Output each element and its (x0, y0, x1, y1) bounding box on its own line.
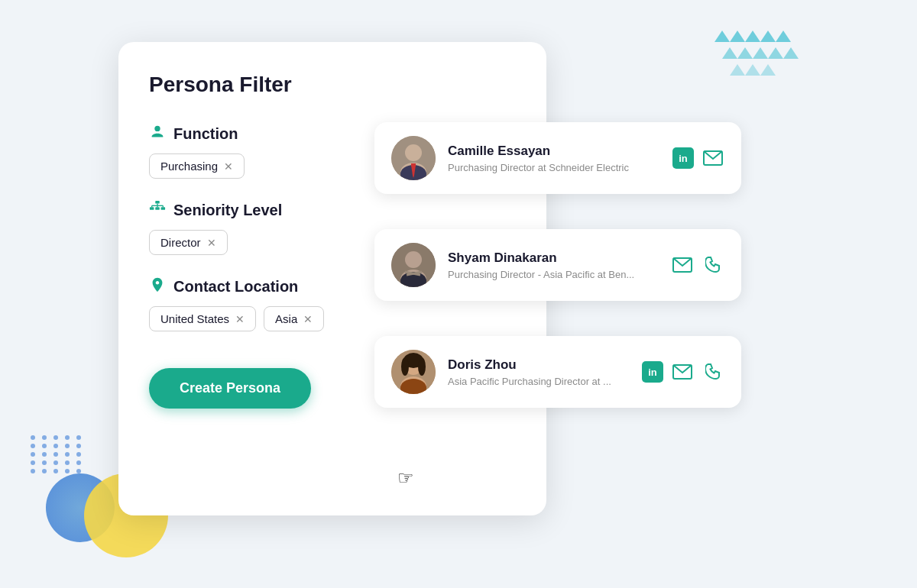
svg-point-43 (401, 357, 409, 376)
create-persona-button[interactable]: Create Persona (149, 368, 311, 409)
contact-card-shyam: Shyam Dinakaran Purchasing Director - As… (374, 229, 741, 301)
contact-name-doris: Doris Zhou (448, 357, 630, 373)
location-label: Contact Location (173, 278, 298, 296)
contact-title-camille: Purchasing Director at Schneider Electri… (448, 162, 660, 173)
seniority-header: Seniority Level (149, 200, 516, 221)
contact-icons-shyam (671, 254, 724, 276)
contact-card-camille: Camille Essayan Purchasing Director at S… (374, 122, 741, 194)
person-icon (149, 124, 166, 144)
svg-marker-11 (745, 64, 760, 76)
svg-marker-5 (722, 47, 737, 59)
linkedin-icon-camille[interactable]: in (672, 147, 694, 169)
contact-info-shyam: Shyam Dinakaran Purchasing Director - As… (448, 250, 659, 280)
contact-icons-camille: in (672, 147, 724, 170)
seniority-label: Seniority Level (173, 202, 282, 219)
cursor: ☞ (397, 467, 414, 489)
tag-us-remove[interactable]: ✕ (235, 314, 245, 325)
contact-info-camille: Camille Essayan Purchasing Director at S… (448, 144, 660, 173)
svg-point-44 (418, 357, 426, 376)
tag-director-remove[interactable]: ✕ (207, 237, 216, 248)
tag-purchasing-label: Purchasing (160, 160, 218, 173)
svg-rect-16 (155, 201, 160, 204)
svg-marker-1 (730, 31, 745, 42)
svg-marker-3 (760, 31, 776, 42)
svg-marker-8 (768, 47, 783, 59)
teal-arrows-decoration (714, 31, 799, 102)
org-icon (149, 200, 166, 221)
function-label: Function (173, 125, 238, 143)
tag-director-label: Director (160, 236, 201, 249)
svg-marker-9 (783, 47, 799, 59)
svg-marker-2 (745, 31, 760, 42)
svg-point-15 (154, 126, 160, 131)
svg-point-25 (405, 144, 422, 161)
location-tags: United States ✕ Asia ✕ (149, 306, 516, 331)
scene: Persona Filter Function Purchasing ✕ (0, 0, 917, 588)
email-icon-shyam[interactable] (671, 254, 694, 276)
svg-marker-12 (760, 64, 776, 76)
phone-icon-shyam[interactable] (702, 254, 724, 276)
svg-marker-7 (753, 47, 768, 59)
tag-us[interactable]: United States ✕ (149, 306, 256, 331)
phone-icon-doris[interactable] (702, 360, 724, 383)
linkedin-icon-doris[interactable]: in (642, 361, 663, 383)
svg-point-32 (405, 251, 422, 268)
contact-name-shyam: Shyam Dinakaran (448, 250, 659, 266)
tag-us-label: United States (160, 312, 229, 325)
email-icon-camille[interactable] (702, 147, 724, 170)
svg-marker-6 (737, 47, 753, 59)
contact-title-doris: Asia Pacific Purchasing Director at ... (448, 376, 630, 387)
svg-rect-18 (161, 207, 166, 210)
email-icon-doris[interactable] (671, 360, 694, 383)
svg-marker-4 (776, 31, 791, 42)
tag-asia-remove[interactable]: ✕ (303, 314, 313, 325)
contact-title-shyam: Purchasing Director - Asia Pacific at Be… (448, 269, 659, 280)
svg-marker-0 (714, 31, 730, 42)
avatar-doris (391, 350, 436, 394)
tag-director[interactable]: Director ✕ (149, 230, 228, 255)
location-icon (149, 276, 166, 297)
tag-purchasing[interactable]: Purchasing ✕ (149, 153, 245, 179)
svg-rect-17 (150, 207, 154, 210)
filter-title: Persona Filter (149, 73, 516, 97)
contact-info-doris: Doris Zhou Asia Pacific Purchasing Direc… (448, 357, 630, 387)
contact-card-doris: Doris Zhou Asia Pacific Purchasing Direc… (374, 336, 741, 408)
svg-rect-29 (411, 163, 416, 166)
contact-name-camille: Camille Essayan (448, 144, 660, 159)
tag-asia-label: Asia (275, 312, 297, 325)
contact-icons-doris: in (642, 360, 724, 383)
tag-purchasing-remove[interactable]: ✕ (224, 161, 233, 172)
svg-marker-10 (730, 64, 745, 76)
svg-rect-19 (155, 207, 160, 210)
avatar-camille (391, 136, 436, 180)
tag-asia[interactable]: Asia ✕ (264, 306, 324, 331)
avatar-shyam (391, 243, 436, 287)
